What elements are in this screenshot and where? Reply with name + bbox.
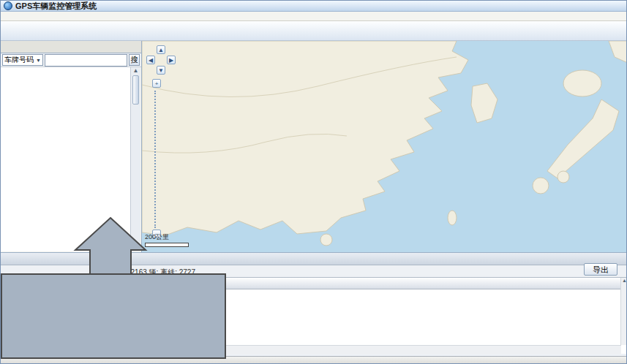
sidebar-search-row: 车牌号码 ▼ 搜	[1, 53, 141, 67]
map-scale-bar	[145, 243, 189, 247]
map-zoom-in-button[interactable]: +	[152, 79, 161, 88]
map-pan-left-button[interactable]: ◀	[146, 56, 155, 64]
export-button[interactable]: 导出	[584, 263, 617, 276]
callout-note	[1, 273, 226, 359]
toolbar	[1, 21, 626, 41]
map-land-shapes	[142, 41, 627, 253]
map-zoom-slider[interactable]	[154, 91, 159, 228]
map-canvas[interactable]: ▲ ◀ ▶ ▼ + − 200公里	[142, 41, 627, 253]
scroll-up-icon[interactable]: ▲	[133, 67, 139, 74]
map-scale: 200公里	[145, 232, 189, 247]
search-type-label: 车牌号码	[4, 55, 34, 65]
window-titlebar: GPS车辆监控管理系统	[1, 1, 626, 12]
scrollbar-thumb[interactable]	[132, 75, 139, 105]
map-scale-label: 200公里	[145, 233, 169, 240]
vehicle-tree	[1, 67, 131, 251]
window-title: GPS车辆监控管理系统	[15, 1, 97, 12]
map-pan-up-button[interactable]: ▲	[157, 45, 165, 54]
vehicle-search-input[interactable]	[45, 54, 127, 67]
tree-scrollbar[interactable]: ▲	[130, 67, 140, 251]
chevron-down-icon: ▼	[36, 58, 41, 63]
search-type-dropdown[interactable]: 车牌号码 ▼	[2, 54, 43, 66]
app-window: GPS车辆监控管理系统 车牌号码 ▼ 搜 ▲	[0, 0, 627, 364]
app-icon	[4, 1, 12, 10]
tree-search-button[interactable]: 搜	[129, 54, 140, 66]
sidebar: 车牌号码 ▼ 搜 ▲	[1, 41, 142, 252]
bottom-tab-bar	[1, 252, 626, 265]
map-pan-right-button[interactable]: ▶	[167, 56, 176, 64]
table-vscrollbar[interactable]: ▲	[620, 278, 627, 345]
sidebar-tabs	[1, 41, 141, 53]
menu-bar	[1, 12, 626, 21]
map-pan-down-button[interactable]: ▼	[157, 66, 165, 75]
